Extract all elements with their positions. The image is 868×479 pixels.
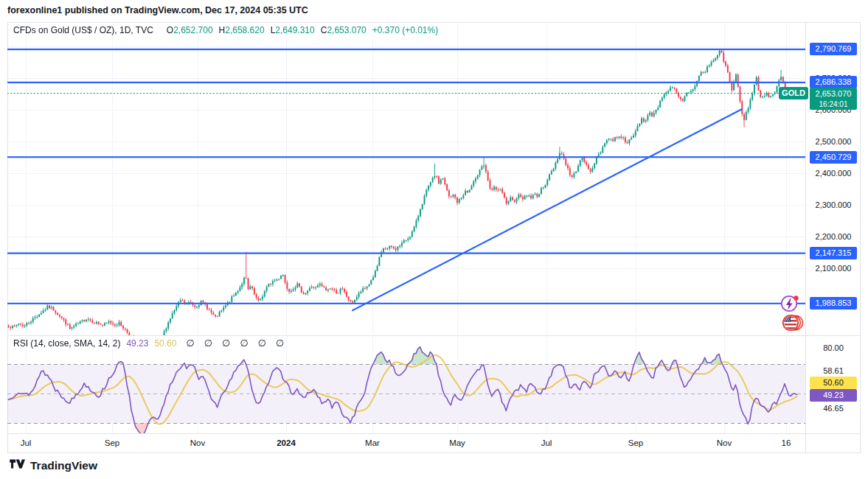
price-tick: 2,400.000 [808, 168, 859, 178]
time-axis-tick: May [441, 438, 473, 448]
tradingview-logo-icon [9, 458, 25, 472]
open-label: O [167, 25, 173, 35]
rsi-hidden-value: ∅ [258, 338, 266, 349]
open-value: 2,652.700 [173, 25, 212, 35]
time-axis-tick: 16 [770, 438, 802, 448]
price-level-badge: 2,686.338 [810, 76, 857, 88]
high-label: H [219, 25, 226, 35]
price-tick: 2,100.000 [808, 263, 859, 273]
close-value: 2,653.070 [327, 25, 366, 35]
rsi-hidden-value: ∅ [222, 338, 230, 349]
price-tick: 2,300.000 [808, 200, 859, 210]
symbol-header: CFDs on Gold (US$ / OZ), 1D, TVCO2,652.7… [13, 25, 438, 35]
tradingview-published-chart: forexonline1 published on TradingView.co… [0, 0, 868, 479]
rsi-hidden-value: ∅ [204, 338, 212, 349]
rsi-hidden-value: ∅ [186, 338, 194, 349]
bar-countdown: 16:24:01 [810, 99, 857, 110]
rsi-header: RSI (14, close, SMA, 14, 2)49.2350.60∅∅∅… [13, 338, 284, 349]
price-level-badge: 2,450.729 [810, 151, 857, 164]
price-level-badge: 1,988.853 [810, 297, 857, 310]
rsi-tick: 80.00 [808, 343, 859, 353]
high-value: 2,658.620 [225, 25, 264, 35]
price-tick: 2,200.000 [808, 231, 859, 242]
price-level-badge: 2,790.769 [810, 43, 857, 55]
axis-separator [7, 433, 861, 434]
rsi-value-badge: 49.23 [810, 389, 857, 402]
attribution-text: forexonline1 published on TradingView.co… [7, 5, 308, 15]
price-chart-canvas [7, 22, 805, 335]
time-axis-tick: Mar [356, 438, 389, 448]
symbol-badge: GOLD [779, 87, 808, 99]
time-axis-tick: Sep [96, 438, 128, 448]
last-price-value: 2,653.070 [810, 88, 857, 99]
time-axis-tick: Jul [530, 438, 563, 448]
symbol-title: CFDs on Gold (US$ / OZ), 1D, TVC [13, 25, 153, 35]
time-axis-tick: Nov [181, 438, 214, 448]
tradingview-logo-text: TradingView [30, 459, 97, 472]
last-price-badge: 2,653.070 16:24:01 [810, 88, 857, 110]
rsi-current-value: 49.23 [126, 338, 148, 349]
rsi-chart-canvas [7, 335, 805, 433]
rsi-tick: 46.65 [808, 403, 859, 413]
time-axis-tick: Sep [619, 438, 652, 448]
time-axis-tick: 2024 [270, 438, 302, 448]
low-value: 2,649.310 [275, 25, 314, 35]
us-economic-event-icon[interactable] [782, 313, 805, 335]
rsi-hidden-value: ∅ [276, 338, 284, 349]
rsi-value-badge: 50.60 [810, 377, 857, 389]
rsi-hidden-value: ∅ [240, 338, 248, 349]
price-level-badge: 2,147.315 [810, 247, 857, 259]
rsi-tick: 58.61 [808, 366, 859, 376]
price-tick: 2,500.000 [808, 136, 859, 147]
time-axis-tick: Jul [10, 438, 42, 448]
rsi-ma-value: 50.60 [154, 338, 176, 349]
rsi-title: RSI (14, close, SMA, 14, 2) [13, 338, 120, 349]
time-axis-tick: Nov [708, 438, 740, 448]
footer-logo[interactable]: TradingView [9, 458, 97, 472]
change-value: +0.370 (+0.01%) [372, 25, 438, 35]
